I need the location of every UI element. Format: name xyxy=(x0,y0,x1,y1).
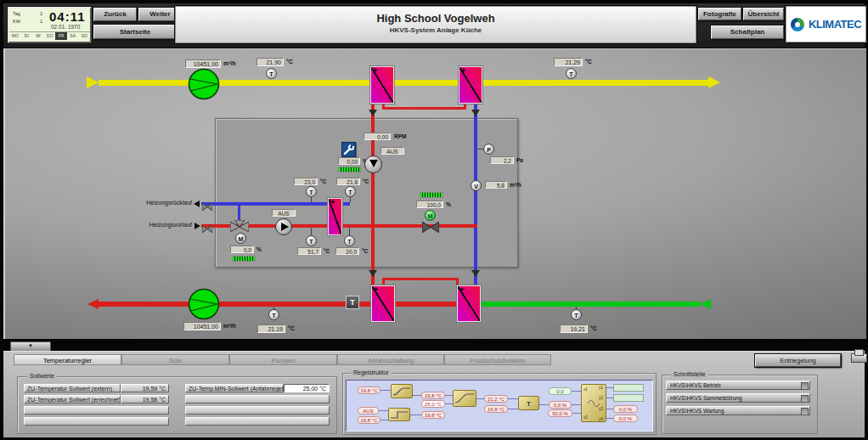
temp-sensor[interactable]: T xyxy=(306,235,317,246)
exhaust-fan[interactable] xyxy=(188,288,220,324)
interface-sammelstoerung[interactable]: HKVS\HKVS Sammelstörung xyxy=(666,393,810,403)
volume-flow-sensor[interactable]: V xyxy=(471,180,482,191)
min-sollwert-label: ZU-Temp.MIN-Sollwert (Anfahrregelung) xyxy=(185,384,284,392)
heating-pump[interactable] xyxy=(275,218,292,235)
return-arrow-icon xyxy=(194,200,200,207)
tab-temperaturregler[interactable]: Temperaturregler xyxy=(14,354,121,365)
sollwert-extern-value: 19,59 °C xyxy=(121,384,169,392)
volume-flow-unit: m³/h xyxy=(510,182,521,188)
tab-sole[interactable]: Sole xyxy=(121,354,229,365)
rs-t-block[interactable]: T xyxy=(518,396,539,410)
empty-field xyxy=(185,417,330,426)
heat-exchanger-heating[interactable] xyxy=(328,198,342,235)
title-panel: High School Vogelweh HKVS-System Anlage … xyxy=(175,6,696,43)
rs-splitter-block[interactable]: x1 x2 y1 y2 y3 y4 xyxy=(581,384,606,422)
page-title: High School Vogelweh xyxy=(176,12,696,25)
sensor-stem xyxy=(350,197,351,202)
tab-anfahrschaltung[interactable]: Anfahrschaltung xyxy=(337,354,444,365)
connector-line xyxy=(380,420,388,420)
weekday-active: FR xyxy=(55,32,67,40)
clock-time: 04:11 xyxy=(49,9,86,24)
supply-flow-readout: 10451,00 xyxy=(185,59,221,68)
klimatec-logo: KLIMATEC xyxy=(786,6,866,42)
tab-pumpen[interactable]: Pumpen xyxy=(229,354,337,365)
supply-flow-arrow-left xyxy=(87,76,99,88)
mixing-circuit-panel xyxy=(215,118,518,268)
temp-sensor[interactable]: T xyxy=(345,186,356,197)
rs-input-temp: 19,8 °C xyxy=(358,386,380,394)
supply-temp2-readout: 21,29 xyxy=(554,58,583,66)
temp-sensor[interactable]: T xyxy=(571,309,582,320)
clock-widget: Tag 2 KW 1 04:11 02.01. 1970 MO DI MI DO… xyxy=(8,7,92,43)
exhaust-air-pipe xyxy=(99,302,372,307)
rs-port-y4: y4 xyxy=(599,417,603,421)
hx-loop-pipe xyxy=(382,107,466,110)
flow-direction-arrow xyxy=(369,110,377,116)
printer-paper-icon[interactable] xyxy=(854,349,864,356)
tab-frostschutzfunktion[interactable]: Frostschutzfunktion xyxy=(444,354,551,365)
hx-temp-readout: 23,0 xyxy=(294,178,318,185)
weekday: SO xyxy=(78,32,90,40)
rs-step-block[interactable] xyxy=(388,408,410,421)
rs-output: 0,0 % xyxy=(613,415,638,422)
connector-line xyxy=(445,395,453,396)
interface-wartung[interactable]: HKVS\HKVS Wartung xyxy=(666,406,810,415)
back-button[interactable]: Zurück xyxy=(93,8,137,21)
entriegelung-button[interactable]: Entriegelung xyxy=(755,354,841,367)
rs-port-x2: x2 xyxy=(583,415,588,420)
exhaust-air-pipe-mid xyxy=(394,302,459,307)
mix-pump-status: AUS xyxy=(272,209,296,217)
temp-sensor[interactable]: T xyxy=(266,68,277,79)
exhaust-temp2-readout: 19,21 xyxy=(560,324,588,333)
rs-curve-block[interactable] xyxy=(391,384,413,398)
klimatec-swirl-icon xyxy=(791,18,804,31)
min-sollwert-input[interactable]: 25,00 °C xyxy=(284,384,330,392)
heat-exchanger-exhaust-1[interactable] xyxy=(371,285,395,322)
schaltplan-button[interactable]: Schaltplan xyxy=(711,25,784,39)
temp-marker-box[interactable]: T xyxy=(346,296,359,309)
weekday: MO xyxy=(9,32,21,40)
interface-betrieb[interactable]: HKVS\HKVS Betrieb xyxy=(666,381,810,390)
sollwert-errechnet-label: ZU-Temperatur Sollwert (errechnet) xyxy=(24,395,121,403)
hx-temp-unit: °C xyxy=(320,178,326,184)
temp-sensor[interactable]: T xyxy=(306,186,317,197)
pump-rotor-icon xyxy=(281,223,289,231)
day-counter-value: 2 xyxy=(40,11,42,16)
sensor-stem xyxy=(311,197,312,202)
regelstruktur-title: Regelstruktur xyxy=(351,369,392,375)
pressure-sensor[interactable]: P xyxy=(483,144,494,155)
uebersicht-button[interactable]: Übersicht xyxy=(743,8,784,20)
control-valve[interactable] xyxy=(422,221,439,236)
heat-exchanger-supply-1[interactable] xyxy=(370,66,394,104)
schnittstelle-title: Schnittstelle xyxy=(671,371,708,377)
heat-exchanger-exhaust-2[interactable] xyxy=(457,285,481,322)
sensor-stem xyxy=(311,228,312,235)
mix-valve-pct-unit: % xyxy=(256,246,262,252)
supply-fan[interactable] xyxy=(188,68,220,104)
connector-line xyxy=(445,403,453,404)
pump-rotor-icon xyxy=(369,160,378,167)
exhaust-temp1-unit: °C xyxy=(288,325,295,331)
supply-flow-arrow-right xyxy=(708,76,720,88)
valve-motor[interactable]: M xyxy=(235,233,246,244)
empty-field xyxy=(24,417,169,426)
temp-sensor[interactable]: T xyxy=(344,235,355,246)
flow-direction-arrow xyxy=(369,270,377,277)
rs-curve-block[interactable] xyxy=(453,390,476,407)
weekday: MI xyxy=(32,32,44,40)
vorlauf-label: Heizungsvorlauf xyxy=(136,222,192,228)
service-wrench-icon[interactable] xyxy=(341,142,356,157)
outside-air-pipe xyxy=(481,302,700,307)
circulation-pump[interactable] xyxy=(364,155,382,173)
temp-sensor[interactable]: T xyxy=(566,68,577,79)
fotografie-button[interactable]: Fotografie xyxy=(698,8,741,20)
rs-output-field xyxy=(613,384,644,392)
temp-sensor[interactable]: T xyxy=(268,309,279,320)
home-button[interactable]: Startseite xyxy=(93,25,177,39)
heat-exchanger-supply-2[interactable] xyxy=(459,66,482,104)
valve-motor-active[interactable]: M xyxy=(425,210,436,221)
connector-line xyxy=(508,409,518,409)
pump-rpm-unit: RPM xyxy=(394,133,406,139)
mix-valve-pct-readout: 0,0 xyxy=(230,245,254,253)
page-subtitle: HKVS-System Anlage Küche xyxy=(176,26,696,34)
